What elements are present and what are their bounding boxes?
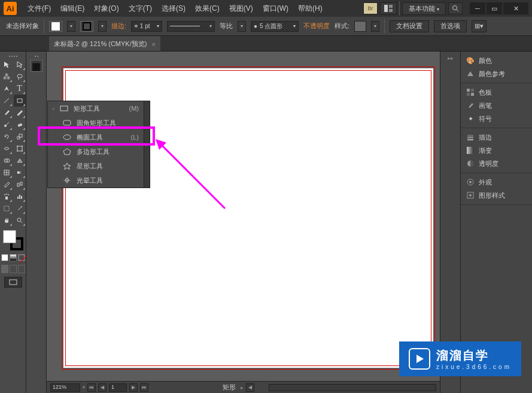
style-dropdown[interactable]: ▾ xyxy=(371,21,379,32)
symbol-sprayer-tool[interactable] xyxy=(1,191,13,202)
flyout-tearoff[interactable]: ▸ xyxy=(144,101,150,188)
brush-definition[interactable]: ●5 点圆形▾ xyxy=(251,21,299,32)
menu-type[interactable]: 文字(T) xyxy=(124,1,157,16)
menu-help[interactable]: 帮助(H) xyxy=(293,1,327,16)
dock-icon[interactable]: ▦ xyxy=(31,60,42,72)
lasso-tool[interactable] xyxy=(14,71,26,83)
flyout-rectangle-tool[interactable]: ▪ 矩形工具(M) xyxy=(48,101,144,116)
type-tool[interactable]: T xyxy=(14,83,26,95)
width-tool[interactable] xyxy=(1,143,13,155)
flyout-star-tool[interactable]: 星形工具 xyxy=(48,159,144,173)
panel-gradient[interactable]: 渐变 xyxy=(461,144,532,157)
flyout-ellipse-tool[interactable]: 椭圆工具(L) xyxy=(48,130,144,144)
mesh-tool[interactable] xyxy=(1,167,13,179)
panel-symbols[interactable]: ✦符号 xyxy=(461,112,532,125)
flyout-polygon-tool[interactable]: 多边形工具 xyxy=(48,144,144,159)
document-setup-button[interactable]: 文档设置 xyxy=(390,20,429,32)
app-icon: Ai xyxy=(4,2,17,15)
artboard-number-input[interactable]: 1 xyxy=(109,383,127,392)
opacity-label[interactable]: 不透明度 xyxy=(303,22,330,31)
search-button[interactable] xyxy=(448,2,463,14)
perspective-grid-tool[interactable] xyxy=(14,155,26,167)
separator xyxy=(44,19,44,34)
close-button[interactable]: ✕ xyxy=(503,2,528,14)
pencil-tool[interactable] xyxy=(14,107,26,119)
arrange-docs-button[interactable] xyxy=(380,2,397,14)
maximize-button[interactable]: ▭ xyxy=(487,2,502,14)
rotate-tool[interactable] xyxy=(1,131,13,143)
paintbrush-tool[interactable] xyxy=(1,107,13,119)
menu-window[interactable]: 窗口(W) xyxy=(258,1,293,16)
line-segment-tool[interactable] xyxy=(1,95,13,107)
column-graph-tool[interactable] xyxy=(14,191,26,202)
workspace-switcher[interactable]: 基本功能 ▾ xyxy=(402,2,446,15)
svg-rect-49 xyxy=(60,106,68,111)
flyout-flare-tool[interactable]: 光晕工具 xyxy=(48,173,144,188)
prev-artboard-button[interactable]: ◀ xyxy=(98,383,107,392)
panel-brushes[interactable]: 画笔 xyxy=(461,99,532,112)
flyout-rounded-rectangle-tool[interactable]: 圆角矩形工具 xyxy=(48,116,144,130)
align-button[interactable]: ⊞▾ xyxy=(472,20,487,32)
eyedropper-tool[interactable] xyxy=(1,179,13,191)
rectangle-tool[interactable] xyxy=(14,95,26,107)
magic-wand-tool[interactable]: ⁂ xyxy=(1,71,13,83)
menu-file[interactable]: 文件(F) xyxy=(23,1,56,16)
last-artboard-button[interactable]: ⏭ xyxy=(140,383,148,392)
blend-tool[interactable] xyxy=(14,179,26,191)
shape-builder-tool[interactable] xyxy=(1,155,13,167)
pen-tool[interactable] xyxy=(1,83,13,95)
artboard-tool[interactable] xyxy=(1,202,13,214)
svg-rect-31 xyxy=(21,196,22,199)
stroke-swatch[interactable] xyxy=(80,21,93,32)
eraser-tool[interactable] xyxy=(14,119,26,131)
bridge-icon[interactable]: Br xyxy=(363,2,378,14)
graphic-style-swatch[interactable] xyxy=(354,21,366,32)
fill-dropdown[interactable]: ▾ xyxy=(67,21,75,32)
horizontal-scrollbar[interactable] xyxy=(269,384,436,391)
panel-stroke[interactable]: 描边 xyxy=(461,131,532,144)
direct-selection-tool[interactable] xyxy=(14,59,26,71)
menu-select[interactable]: 选择(S) xyxy=(157,1,190,16)
panel-transparency[interactable]: 透明度 xyxy=(461,157,532,170)
document-tab[interactable]: 未标题-2 @ 121% (CMYK/预览) × xyxy=(49,37,160,51)
free-transform-tool[interactable] xyxy=(14,143,26,155)
color-mode-buttons[interactable] xyxy=(1,254,25,261)
zoom-tool[interactable] xyxy=(14,214,26,226)
stroke-label[interactable]: 描边: xyxy=(111,22,126,31)
panel-graphic-styles[interactable]: 图形样式 xyxy=(461,189,532,202)
panel-swatches[interactable]: 色板 xyxy=(461,86,532,99)
gradient-icon xyxy=(466,146,475,155)
panel-color-guide[interactable]: 颜色参考 xyxy=(461,67,532,80)
stroke-dropdown[interactable]: ▾ xyxy=(98,21,107,32)
selection-tool[interactable] xyxy=(1,59,13,71)
next-artboard-button[interactable]: ▶ xyxy=(129,383,138,392)
menu-effect[interactable]: 效果(C) xyxy=(190,1,224,16)
menu-view[interactable]: 视图(V) xyxy=(224,1,258,16)
slice-tool[interactable] xyxy=(14,202,26,214)
uniform-dropdown[interactable]: ▾ xyxy=(238,21,246,32)
variable-width-profile[interactable]: ▾ xyxy=(167,21,215,32)
blob-brush-tool[interactable] xyxy=(1,119,13,131)
fill-stroke-indicator[interactable] xyxy=(3,230,23,250)
scale-tool[interactable] xyxy=(14,131,26,143)
minimize-button[interactable]: ─ xyxy=(470,2,485,14)
menubar: Ai 文件(F) 编辑(E) 对象(O) 文字(T) 选择(S) 效果(C) 视… xyxy=(0,0,532,17)
hand-tool[interactable] xyxy=(1,214,13,226)
toolbox-grip[interactable] xyxy=(1,54,25,59)
menu-object[interactable]: 对象(O) xyxy=(89,1,123,16)
first-artboard-button[interactable]: ⏮ xyxy=(87,383,96,392)
screen-mode-button[interactable] xyxy=(4,277,22,288)
panel-color[interactable]: 🎨颜色 xyxy=(461,54,532,67)
svg-point-46 xyxy=(469,181,472,183)
zoom-input[interactable]: 121% xyxy=(50,383,80,392)
preferences-button[interactable]: 首选项 xyxy=(434,20,467,32)
menu-edit[interactable]: 编辑(E) xyxy=(56,1,89,16)
svg-rect-39 xyxy=(471,93,474,96)
draw-mode-buttons[interactable] xyxy=(1,265,25,273)
gradient-tool[interactable] xyxy=(14,167,26,179)
scroll-left-button[interactable]: ◀ xyxy=(246,383,254,392)
fill-swatch[interactable] xyxy=(49,21,62,32)
close-tab-icon[interactable]: × xyxy=(151,41,155,48)
panel-appearance[interactable]: 外观 xyxy=(461,176,532,189)
stroke-weight-input[interactable]: ≑ 1 pt ▾ xyxy=(131,21,162,32)
